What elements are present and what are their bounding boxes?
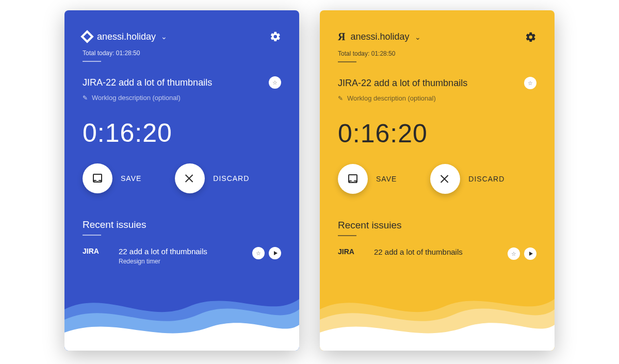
issue-body: 22 add a lot of thumbnails Redesign time… (119, 247, 252, 265)
save-icon-circle (83, 163, 112, 193)
chevron-down-icon: ⌄ (415, 33, 421, 41)
issue-subtitle: Redesign timer (119, 258, 252, 265)
discard-button[interactable]: DISCARD (430, 164, 504, 194)
worklog-description-row: ✎ (338, 94, 536, 102)
play-icon (529, 252, 533, 256)
total-today-label: Total today: 01:28:50 (338, 50, 536, 57)
worklog-description-row: ✎ (83, 94, 281, 102)
issue-key: JIRA (83, 247, 119, 255)
username: anessi.holiday (350, 31, 409, 42)
timer-actions: SAVE DISCARD (83, 163, 281, 193)
current-task-row: JIRA-22 add a lot of thumbnails ☆ (338, 77, 536, 89)
save-button[interactable]: SAVE (83, 163, 141, 193)
settings-button[interactable] (270, 31, 281, 42)
favorite-button[interactable]: ☆ (524, 77, 536, 89)
recent-issues-heading: Recent issuies (338, 220, 536, 231)
account-switcher[interactable]: Я anessi.holiday ⌄ (338, 31, 421, 43)
timer-display: 0:16:20 (338, 119, 536, 148)
issue-summary: 22 add a lot of thumbnails (374, 247, 508, 256)
task-title: JIRA-22 add a lot of thumbnails (83, 77, 212, 88)
recent-issue-item[interactable]: JIRA 22 add a lot of thumbnails ☆ (338, 247, 536, 260)
header: anessi.holiday ⌄ (83, 31, 281, 42)
discard-label: DISCARD (213, 174, 249, 183)
jira-logo-icon (80, 30, 93, 43)
save-icon-circle (338, 164, 368, 194)
issue-key: JIRA (338, 247, 374, 256)
discard-icon-circle (430, 164, 460, 194)
divider (338, 61, 356, 62)
timer-display: 0:16:20 (83, 118, 281, 148)
account-switcher[interactable]: anessi.holiday ⌄ (83, 31, 167, 42)
timer-card-blue: anessi.holiday ⌄ Total today: 01:28:50 J… (64, 10, 299, 351)
star-icon: ☆ (511, 251, 516, 257)
timer-card-yellow: Я anessi.holiday ⌄ Total today: 01:28:50… (320, 10, 555, 351)
save-label: SAVE (121, 174, 141, 183)
timer-actions: SAVE DISCARD (338, 164, 536, 194)
inbox-icon (347, 173, 359, 185)
divider (83, 235, 101, 236)
divider (338, 235, 356, 236)
discard-button[interactable]: DISCARD (175, 163, 249, 193)
worklog-description-input[interactable] (347, 94, 476, 102)
discard-icon-circle (175, 163, 205, 193)
issue-favorite-button[interactable]: ☆ (508, 247, 520, 260)
star-icon: ☆ (272, 79, 278, 86)
close-icon (184, 172, 196, 185)
current-task-row: JIRA-22 add a lot of thumbnails ☆ (83, 76, 281, 89)
settings-button[interactable] (525, 31, 536, 43)
save-label: SAVE (376, 175, 397, 183)
play-icon (274, 251, 278, 255)
star-icon: ☆ (256, 250, 261, 257)
discard-label: DISCARD (468, 175, 504, 183)
issue-body: 22 add a lot of thumbnails (374, 247, 508, 258)
issue-play-button[interactable] (524, 247, 536, 260)
issue-favorite-button[interactable]: ☆ (252, 247, 265, 259)
pencil-icon: ✎ (338, 95, 343, 102)
pencil-icon: ✎ (83, 94, 88, 102)
recent-issues-heading: Recent issuies (83, 219, 281, 230)
divider (83, 61, 101, 62)
chevron-down-icon: ⌄ (161, 32, 167, 41)
issue-actions: ☆ (252, 247, 281, 259)
inbox-icon (91, 172, 104, 185)
total-today-label: Total today: 01:28:50 (83, 49, 281, 57)
task-title: JIRA-22 add a lot of thumbnails (338, 78, 467, 89)
username: anessi.holiday (97, 31, 156, 42)
issue-actions: ☆ (508, 247, 536, 260)
issue-play-button[interactable] (269, 247, 281, 259)
recent-issues-list: JIRA 22 add a lot of thumbnails Redesign… (83, 247, 281, 265)
recent-issues-list: JIRA 22 add a lot of thumbnails ☆ (338, 247, 536, 260)
close-icon (439, 173, 451, 185)
yandex-logo-icon: Я (338, 31, 345, 43)
recent-issue-item[interactable]: JIRA 22 add a lot of thumbnails Redesign… (83, 247, 281, 265)
issue-summary: 22 add a lot of thumbnails (119, 247, 252, 256)
gear-icon (270, 31, 281, 42)
wave-decoration (320, 278, 555, 351)
header: Я anessi.holiday ⌄ (338, 31, 536, 43)
gear-icon (525, 31, 536, 43)
wave-decoration (64, 278, 299, 351)
star-icon: ☆ (528, 80, 533, 87)
favorite-button[interactable]: ☆ (269, 76, 281, 89)
save-button[interactable]: SAVE (338, 164, 397, 194)
worklog-description-input[interactable] (92, 94, 221, 102)
